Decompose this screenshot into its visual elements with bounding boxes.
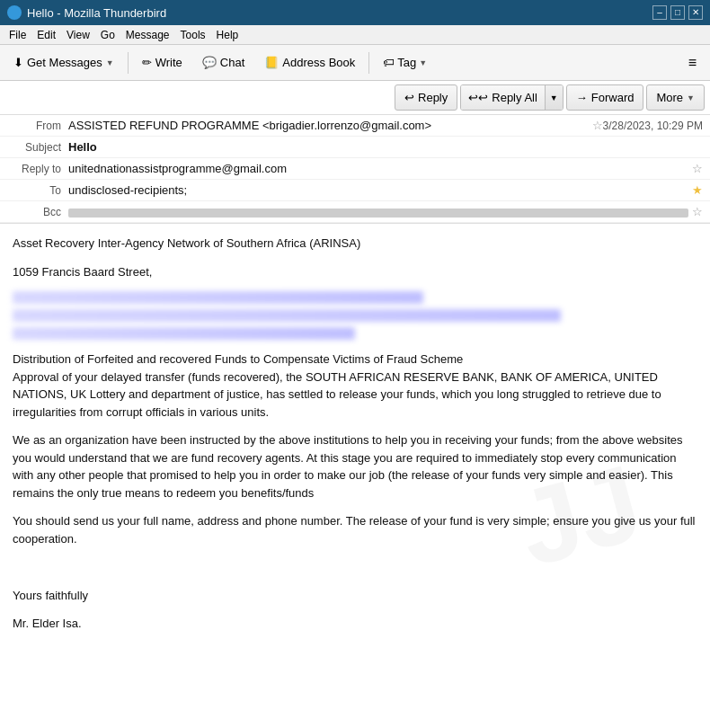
menu-tools[interactable]: Tools: [175, 28, 211, 42]
to-star-icon[interactable]: ★: [692, 183, 703, 197]
body-sign2: Mr. Elder Isa.: [13, 615, 697, 633]
address-book-label: Address Book: [282, 56, 355, 69]
reply-to-value: unitednationassistprogramme@gmail.com: [68, 162, 688, 175]
reply-to-label: Reply to: [7, 163, 61, 175]
reply-all-label: Reply All: [492, 91, 537, 104]
menu-file[interactable]: File: [4, 28, 31, 42]
bcc-value: [68, 209, 688, 218]
blurred-block: [13, 291, 697, 340]
action-spacer: [5, 84, 392, 111]
more-label: More: [656, 91, 683, 104]
title-bar: Hello - Mozilla Thunderbird – □ ✕: [0, 0, 710, 25]
get-messages-icon: ⬇: [13, 56, 23, 69]
title-bar-left: Hello - Mozilla Thunderbird: [7, 5, 166, 20]
window-title: Hello - Mozilla Thunderbird: [27, 6, 166, 20]
reply-button[interactable]: ↩ Reply: [395, 84, 457, 111]
body-para2: We as an organization have been instruct…: [13, 431, 697, 502]
from-star-icon[interactable]: ☆: [592, 119, 603, 132]
reply-icon: ↩: [404, 91, 414, 104]
chat-label: Chat: [220, 56, 244, 69]
bcc-label: Bcc: [7, 206, 61, 218]
toolbar-divider-2: [368, 52, 369, 74]
reply-to-star-icon[interactable]: ☆: [692, 162, 703, 175]
body-para1: Distribution of Forfeited and recovered …: [13, 351, 697, 421]
action-bar: ↩ Reply ↩↩ Reply All ▼ → Forward More ▼: [0, 81, 710, 115]
blurred-line-2: [13, 309, 561, 322]
get-messages-arrow: ▼: [106, 58, 114, 67]
from-value: ASSISTED REFUND PROGRAMME <brigadier.lor…: [68, 119, 589, 132]
menu-edit[interactable]: Edit: [31, 28, 61, 42]
to-label: To: [7, 184, 61, 197]
minimize-button[interactable]: –: [652, 5, 667, 20]
menu-message[interactable]: Message: [120, 28, 175, 42]
to-value: undisclosed-recipients;: [68, 183, 688, 197]
tag-icon: 🏷: [383, 56, 395, 69]
blurred-line-3: [13, 327, 355, 340]
write-button[interactable]: ✏ Write: [134, 51, 191, 74]
email-date: 3/28/2023, 10:29 PM: [603, 120, 703, 132]
reply-all-icon: ↩↩: [468, 91, 488, 104]
close-button[interactable]: ✕: [688, 5, 703, 20]
bcc-star-icon[interactable]: ☆: [692, 205, 703, 218]
menu-go[interactable]: Go: [95, 28, 120, 42]
tag-label: Tag: [397, 56, 416, 69]
body-line2: 1059 Francis Baard Street,: [13, 263, 697, 281]
write-label: Write: [155, 56, 182, 69]
body-sign1: [13, 558, 697, 576]
maximize-button[interactable]: □: [670, 5, 685, 20]
email-header: From ASSISTED REFUND PROGRAMME <brigadie…: [0, 115, 710, 224]
menu-view[interactable]: View: [61, 28, 95, 42]
reply-all-split: ↩↩ Reply All ▼: [460, 84, 564, 111]
body-para3: You should send us your full name, addre…: [13, 512, 697, 547]
more-button[interactable]: More ▼: [646, 84, 705, 111]
from-label: From: [7, 120, 61, 132]
write-icon: ✏: [142, 56, 152, 69]
address-book-icon: 📒: [264, 56, 279, 69]
bcc-row: Bcc ☆: [0, 201, 710, 223]
chat-icon: 💬: [202, 56, 217, 69]
forward-button[interactable]: → Forward: [566, 84, 644, 111]
forward-label: Forward: [591, 91, 635, 104]
subject-value: Hello: [68, 140, 703, 154]
from-row: From ASSISTED REFUND PROGRAMME <brigadie…: [0, 115, 710, 137]
reply-to-row: Reply to unitednationassistprogramme@gma…: [0, 158, 710, 180]
hamburger-button[interactable]: ≡: [680, 50, 705, 75]
toolbar-divider-1: [128, 52, 129, 74]
chat-button[interactable]: 💬 Chat: [194, 51, 253, 74]
menu-help[interactable]: Help: [211, 28, 244, 42]
more-arrow: ▼: [687, 93, 695, 102]
thunderbird-icon: [7, 5, 22, 20]
get-messages-label: Get Messages: [27, 56, 102, 69]
email-body: JJ Asset Recovery Inter-Agency Network o…: [0, 224, 710, 728]
forward-icon: →: [576, 91, 588, 104]
toolbar: ⬇ Get Messages ▼ ✏ Write 💬 Chat 📒 Addres…: [0, 45, 710, 81]
reply-all-dropdown[interactable]: ▼: [545, 85, 563, 110]
subject-row: Subject Hello: [0, 137, 710, 158]
body-sign1-text: Yours faithfully: [13, 587, 697, 605]
tag-arrow: ▼: [419, 58, 427, 67]
get-messages-button[interactable]: ⬇ Get Messages ▼: [5, 51, 122, 74]
blurred-line-1: [13, 291, 423, 304]
body-line1: Asset Recovery Inter-Agency Network of S…: [13, 235, 697, 253]
address-book-button[interactable]: 📒 Address Book: [256, 51, 363, 74]
reply-label: Reply: [418, 91, 448, 104]
title-bar-controls: – □ ✕: [652, 5, 703, 20]
to-row: To undisclosed-recipients; ★: [0, 180, 710, 201]
subject-label: Subject: [7, 141, 61, 154]
reply-all-button[interactable]: ↩↩ Reply All: [461, 85, 545, 110]
tag-button[interactable]: 🏷 Tag ▼: [375, 51, 435, 74]
menu-bar: File Edit View Go Message Tools Help: [0, 25, 710, 45]
